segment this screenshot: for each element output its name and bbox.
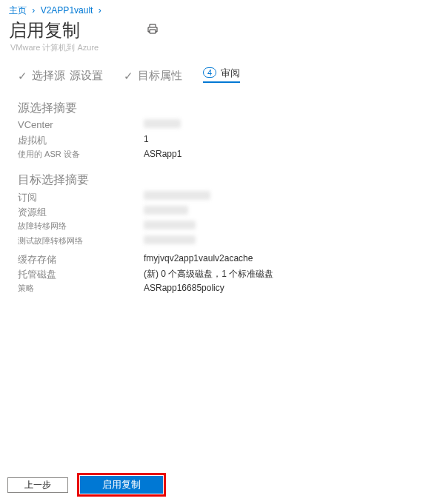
policy-label: 策略 <box>18 283 144 296</box>
vcenter-value-redacted <box>144 119 181 128</box>
step-source[interactable]: ✓ 选择源 源设置 <box>18 69 103 83</box>
vcenter-label: VCenter <box>18 119 144 132</box>
chevron-right-icon: › <box>99 5 101 16</box>
vm-label: 虚拟机 <box>18 134 144 147</box>
check-icon: ✓ <box>124 70 133 83</box>
step-review-label: 审阅 <box>221 67 240 80</box>
cache-storage-label: 缓存存储 <box>18 253 144 266</box>
step-review[interactable]: 4 审阅 <box>203 67 240 83</box>
source-summary-heading: 源选择摘要 <box>18 101 353 116</box>
page-title: 启用复制 <box>9 19 80 42</box>
resource-group-value-redacted <box>144 206 188 215</box>
step-source-settings-label: 源设置 <box>70 69 103 83</box>
managed-disk-value: (新) 0 个高级磁盘，1 个标准磁盘 <box>144 268 273 281</box>
target-summary-heading: 目标选择摘要 <box>18 172 353 188</box>
step-target[interactable]: ✓ 目标属性 <box>124 69 182 83</box>
enable-button-highlight: 启用复制 <box>77 473 166 497</box>
wizard-steps: ✓ 选择源 源设置 ✓ 目标属性 4 审阅 <box>0 67 443 90</box>
test-failover-network-label: 测试故障转移网络 <box>18 235 144 249</box>
asr-device-value: ASRapp1 <box>144 149 181 162</box>
check-icon: ✓ <box>18 70 27 83</box>
test-failover-network-value-redacted <box>144 235 196 244</box>
managed-disk-label: 托管磁盘 <box>18 268 144 281</box>
footer-actions: 上一步 启用复制 <box>7 473 166 497</box>
previous-button[interactable]: 上一步 <box>7 477 68 493</box>
step-source-label: 选择源 <box>32 69 65 83</box>
asr-device-label: 使用的 ASR 设备 <box>18 149 144 162</box>
failover-network-label: 故障转移网络 <box>18 221 144 234</box>
failover-network-value-redacted <box>144 221 196 229</box>
print-icon[interactable] <box>147 23 159 37</box>
breadcrumb-vault[interactable]: V2APP1vault <box>41 5 93 16</box>
page-subtitle: VMware 计算机到 Azure <box>0 42 443 67</box>
policy-value: ASRapp16685policy <box>144 283 224 296</box>
subscription-value-redacted <box>144 191 210 200</box>
cache-storage-value: fmyjvqv2app1vaulv2acache <box>144 253 253 266</box>
breadcrumb-home[interactable]: 主页 <box>9 5 27 16</box>
resource-group-label: 资源组 <box>18 206 144 219</box>
chevron-right-icon: › <box>32 5 35 16</box>
subscription-label: 订阅 <box>18 191 144 204</box>
step-target-label: 目标属性 <box>138 69 182 83</box>
vm-value: 1 <box>144 134 149 147</box>
step-number: 4 <box>203 67 216 78</box>
breadcrumb: 主页 › V2APP1vault › <box>0 0 443 19</box>
enable-replication-button[interactable]: 启用复制 <box>80 476 163 494</box>
